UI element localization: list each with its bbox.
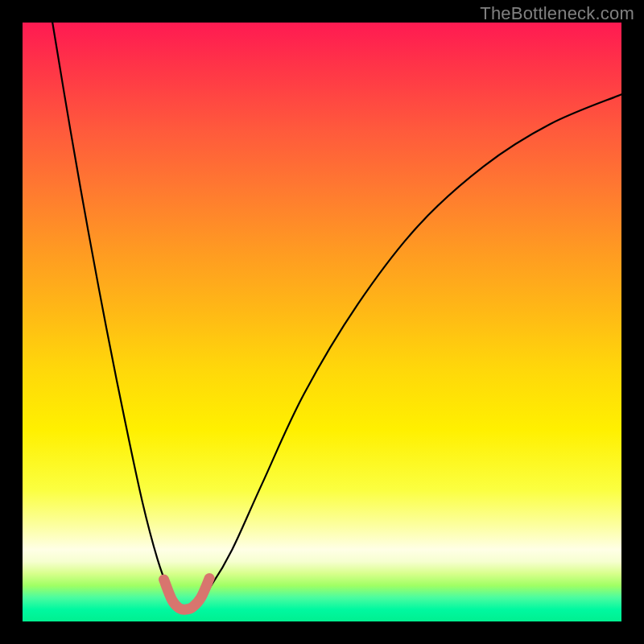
watermark-text: TheBottleneck.com <box>480 3 634 24</box>
chart-svg <box>23 23 621 621</box>
curve-right-branch <box>185 94 621 609</box>
curve-highlight-band <box>164 578 210 609</box>
chart-plot-area <box>23 23 621 621</box>
curve-left-branch <box>52 23 185 609</box>
